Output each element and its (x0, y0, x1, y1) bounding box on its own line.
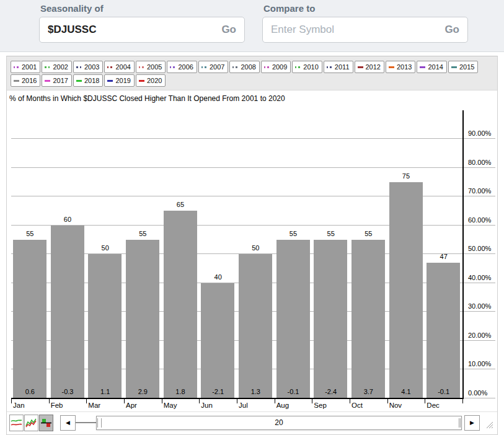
x-axis-month-label: Sep (314, 402, 326, 409)
y-axis-line (462, 110, 464, 399)
legend-year-2008[interactable]: 2008 (229, 61, 259, 73)
dotted-line-marker-icon (107, 66, 113, 68)
bar-jun (201, 283, 234, 398)
bar-value-label: 47 (425, 253, 462, 260)
plot-area: 0.00%10.00%20.00%30.00%40.00%50.00%60.00… (7, 104, 497, 412)
symbol-entry-header: Seasonality of Go Compare to Go (0, 0, 504, 52)
legend-year-2001[interactable]: 2001 (11, 61, 40, 73)
y-axis-tick-label: 70.00% (467, 187, 497, 195)
x-axis-month-label: Nov (389, 402, 402, 409)
bar-jul (239, 254, 272, 398)
legend-year-2013[interactable]: 2013 (386, 61, 415, 73)
solid-line-marker-icon (76, 80, 82, 82)
smooth-line-chart-icon[interactable] (9, 415, 24, 431)
bar-may (164, 211, 197, 398)
seasonality-chart-widget: 2001200220032004200520062007200820092010… (6, 56, 498, 435)
bar-avg-change-label: -0.1 (275, 388, 312, 395)
legend-year-label: 2017 (53, 77, 68, 84)
x-axis-tick (350, 398, 350, 403)
legend-year-2012[interactable]: 2012 (355, 61, 384, 73)
x-axis-month-label: Dec (427, 402, 439, 409)
resize-handle-icon[interactable] (485, 420, 493, 431)
bar-avg-change-label: -0.1 (425, 388, 462, 395)
compare-symbol-input[interactable] (271, 24, 444, 36)
y-axis-tick-label: 60.00% (467, 216, 497, 224)
legend-year-2015[interactable]: 2015 (448, 61, 478, 73)
legend-year-2017[interactable]: 2017 (42, 74, 71, 87)
legend-year-2010[interactable]: 2010 (292, 61, 322, 73)
legend-year-2005[interactable]: 2005 (136, 61, 166, 73)
legend-year-2003[interactable]: 2003 (73, 61, 103, 73)
legend-year-2006[interactable]: 2006 (167, 61, 197, 73)
gridline (11, 196, 495, 196)
legend-year-label: 2001 (22, 63, 37, 71)
legend-year-2016[interactable]: 2016 (11, 74, 40, 87)
legend-year-label: 2010 (303, 63, 318, 71)
bar-mar (88, 254, 122, 398)
seasonality-go-button[interactable]: Go (221, 24, 236, 36)
bar-value-label: 50 (237, 244, 275, 252)
legend-year-2002[interactable]: 2002 (42, 61, 71, 73)
y-axis-tick-label: 40.00% (467, 274, 497, 281)
bar-value-label: 55 (350, 230, 387, 237)
bar-avg-change-label: 2.9 (124, 388, 162, 395)
compare-symbol-box: Go (262, 17, 468, 43)
bar-nov (389, 182, 423, 398)
legend-year-2011[interactable]: 2011 (324, 61, 353, 73)
x-axis-tick (237, 398, 237, 403)
dotted-line-marker-icon (327, 66, 332, 68)
solid-line-marker-icon (420, 66, 425, 68)
bar-avg-change-label: 1.1 (86, 388, 124, 395)
bar-avg-change-label: 1.3 (237, 388, 275, 395)
x-axis-tick (124, 398, 125, 403)
x-axis-tick (11, 398, 12, 403)
bar-value-label: 60 (49, 216, 87, 223)
solid-line-marker-icon (389, 66, 394, 68)
legend-year-label: 2004 (115, 63, 130, 71)
legend-year-label: 2009 (272, 63, 287, 71)
bar-avg-change-label: -0.3 (49, 388, 87, 395)
legend-year-2020[interactable]: 2020 (136, 74, 166, 87)
seasonality-of-label: Seasonality of (40, 3, 245, 14)
scrollbar-value: 20 (97, 418, 461, 427)
line-chart-icon[interactable] (24, 415, 38, 431)
chart-toolbar: ◀ 20 ▶ (7, 412, 497, 434)
bar-aug (276, 240, 310, 398)
compare-go-button[interactable]: Go (444, 24, 459, 36)
bar-chart-icon[interactable] (39, 415, 53, 431)
y-axis-tick-label: 0.00% (467, 389, 497, 397)
dotted-line-marker-icon (76, 66, 82, 68)
legend-year-2018[interactable]: 2018 (73, 74, 103, 87)
scroll-left-button[interactable]: ◀ (60, 415, 76, 431)
legend-year-label: 2011 (335, 63, 350, 71)
x-axis-month-label: Jun (201, 402, 213, 409)
dotted-line-marker-icon (201, 66, 207, 68)
bar-feb (51, 226, 84, 398)
y-axis-tick-label: 90.00% (467, 130, 497, 137)
solid-line-marker-icon (139, 80, 144, 82)
x-axis-tick (49, 398, 50, 403)
legend-year-2009[interactable]: 2009 (261, 61, 291, 73)
y-axis-tick-label: 10.00% (467, 360, 497, 367)
scroll-right-button[interactable]: ▶ (464, 415, 480, 431)
legend-year-label: 2014 (428, 63, 443, 71)
legend-year-2007[interactable]: 2007 (198, 61, 228, 73)
bar-value-label: 55 (275, 230, 312, 237)
x-axis-month-label: Mar (88, 402, 100, 409)
x-axis-month-label: Jul (239, 402, 248, 409)
legend-year-label: 2018 (84, 77, 99, 84)
bar-value-label: 65 (162, 201, 200, 208)
x-axis-month-label: Jan (13, 402, 25, 409)
legend-year-2004[interactable]: 2004 (104, 61, 134, 73)
x-axis-tick (425, 398, 425, 403)
legend-year-2019[interactable]: 2019 (104, 74, 134, 87)
legend-year-2014[interactable]: 2014 (417, 61, 446, 73)
scrollbar-thumb[interactable]: 20 (96, 416, 462, 430)
x-axis-month-label: Aug (276, 402, 289, 409)
bar-oct (351, 240, 385, 398)
seasonality-field-group: Seasonality of Go (39, 0, 245, 51)
legend-year-label: 2007 (210, 63, 224, 71)
solid-line-marker-icon (358, 66, 363, 68)
scrollbar-track[interactable] (76, 422, 96, 423)
seasonality-symbol-input[interactable] (48, 24, 221, 36)
